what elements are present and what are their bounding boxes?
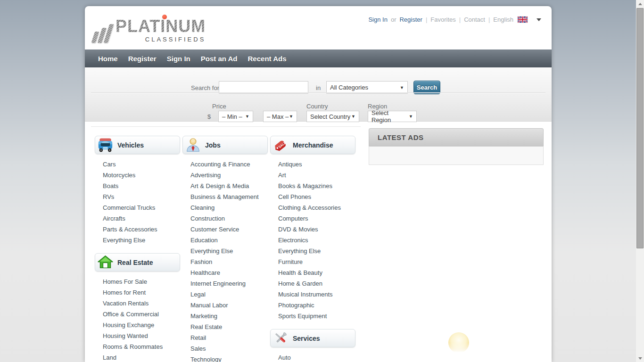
category-link[interactable]: Art: [270, 170, 355, 181]
category-link[interactable]: Photographic: [270, 300, 355, 311]
category-link[interactable]: Boats: [95, 181, 180, 191]
category-link[interactable]: Retail: [182, 332, 268, 343]
merchandise-category-header[interactable]: SALE Merchandise: [270, 136, 355, 154]
category-link[interactable]: Auto: [270, 352, 355, 362]
real-estate-category-header[interactable]: Real Estate: [95, 253, 180, 272]
site-logo[interactable]: PLATINUM CLASSIFIEDS: [94, 17, 206, 43]
category-link[interactable]: Sports Equipment: [270, 311, 355, 321]
search-input[interactable]: [219, 81, 308, 94]
nav-item[interactable]: Recent Ads: [243, 55, 292, 63]
category-link[interactable]: Advertising: [182, 170, 268, 181]
category-link[interactable]: Accounting & Finance: [182, 159, 268, 170]
topbar-contact-link[interactable]: Contact: [464, 16, 485, 23]
category-link[interactable]: Clothing & Accessories: [270, 202, 355, 213]
category-link[interactable]: Fashion: [182, 256, 268, 267]
category-link[interactable]: Home & Garden: [270, 278, 355, 289]
separator: |: [426, 16, 427, 23]
category-link[interactable]: Housing Exchange: [95, 320, 180, 330]
category-link[interactable]: RVs: [95, 191, 180, 202]
topbar-sign-in-link[interactable]: Sign In: [368, 16, 387, 23]
price-max-select[interactable]: – Max – ▼: [263, 111, 297, 122]
category-column-3: SALE Merchandise AntiquesArtBooks & Maga…: [270, 136, 355, 362]
category-link[interactable]: Everything Else: [95, 235, 180, 246]
main-content-card: PLATINUM CLASSIFIEDS Sign In or Register…: [85, 6, 552, 362]
category-link[interactable]: Parts & Accessories: [95, 224, 180, 235]
category-link[interactable]: Legal: [182, 289, 268, 300]
category-link[interactable]: Cars: [95, 159, 180, 170]
topbar-language-link[interactable]: English: [493, 16, 513, 23]
category-link[interactable]: Furniture: [270, 256, 355, 267]
category-link[interactable]: Everything Else: [182, 246, 268, 256]
scroll-down-button[interactable]: [636, 354, 644, 362]
category-link[interactable]: Customer Service: [182, 224, 268, 235]
main-nav: HomeRegisterSign InPost an AdRecent Ads: [85, 49, 552, 67]
latest-ads-panel: LATEST ADS: [369, 128, 544, 165]
category-link[interactable]: Internet Engineering: [182, 278, 268, 289]
category-link[interactable]: Housing Wanted: [95, 330, 180, 341]
category-link[interactable]: Musical Instruments: [270, 289, 355, 300]
category-link[interactable]: DVD & Movies: [270, 224, 355, 235]
logo-stripes-icon: [91, 24, 114, 43]
category-link[interactable]: Antiques: [270, 159, 355, 170]
category-link[interactable]: Books & Magazines: [270, 181, 355, 191]
region-select[interactable]: Select Region ▼: [368, 111, 417, 122]
category-link[interactable]: Homes For Sale: [95, 276, 180, 287]
category-link[interactable]: Cell Phones: [270, 191, 355, 202]
country-select-value: Select Country: [310, 113, 350, 120]
vehicles-category-header[interactable]: Vehicles: [95, 136, 180, 154]
topbar-register-link[interactable]: Register: [399, 16, 422, 23]
category-link[interactable]: Technology: [182, 354, 268, 362]
jobs-category-header[interactable]: Jobs: [182, 136, 268, 154]
scroll-up-button[interactable]: [636, 0, 644, 8]
category-link[interactable]: Commercial Trucks: [95, 202, 180, 213]
services-category-header[interactable]: Services: [270, 329, 355, 347]
real-estate-category-list: Homes For SaleHomes for RentVacation Ren…: [95, 276, 180, 362]
category-link[interactable]: Education: [182, 235, 268, 246]
category-select[interactable]: All Categories ▼: [326, 81, 408, 94]
category-link[interactable]: Business & Management: [182, 191, 268, 202]
arrow-down-icon: [638, 357, 642, 360]
category-link[interactable]: Sales: [182, 343, 268, 354]
nav-item[interactable]: Register: [123, 55, 162, 63]
category-link[interactable]: Rooms & Roommates: [95, 341, 180, 352]
nav-item[interactable]: Post an Ad: [196, 55, 243, 63]
region-select-value: Select Region: [372, 109, 409, 123]
sun-glow-decoration: [448, 332, 469, 353]
nav-item[interactable]: Sign In: [162, 55, 196, 63]
category-link[interactable]: Land: [95, 352, 180, 362]
category-link[interactable]: Construction: [182, 213, 268, 224]
category-link[interactable]: Marketing: [182, 311, 268, 321]
category-link[interactable]: Healthcare: [182, 267, 268, 278]
category-link[interactable]: Cleaning: [182, 202, 268, 213]
vertical-scrollbar[interactable]: [636, 0, 644, 362]
nav-item[interactable]: Home: [93, 55, 123, 63]
category-link[interactable]: Computers: [270, 213, 355, 224]
category-link[interactable]: Homes for Rent: [95, 287, 180, 298]
price-min-select[interactable]: – Min – ▼: [218, 111, 253, 122]
jobs-category-list: Accounting & FinanceAdvertisingArt & Des…: [182, 159, 268, 362]
services-category-list: AutoChild & Elder Care: [270, 352, 355, 362]
scrollbar-thumb[interactable]: [636, 8, 644, 248]
latest-ads-title: LATEST ADS: [369, 128, 544, 146]
category-link[interactable]: Real Estate: [182, 321, 268, 332]
category-link[interactable]: Health & Beauty: [270, 267, 355, 278]
services-category-title: Services: [293, 335, 320, 342]
person-icon: [185, 137, 201, 153]
tools-icon: [273, 330, 289, 346]
price-max-value: – Max –: [267, 113, 289, 120]
sale-tag-icon: SALE: [273, 137, 289, 153]
category-link[interactable]: Art & Design & Media: [182, 181, 268, 191]
category-link[interactable]: Electronics: [270, 235, 355, 246]
chevron-down-icon: ▼: [351, 114, 355, 119]
category-link[interactable]: Manual Labor: [182, 300, 268, 311]
uk-flag-icon[interactable]: [518, 16, 528, 23]
category-link[interactable]: Office & Commercial: [95, 309, 180, 320]
separator: |: [488, 16, 490, 23]
category-link[interactable]: Aircrafts: [95, 213, 180, 224]
category-link[interactable]: Everything Else: [270, 246, 355, 256]
country-select[interactable]: Select Country ▼: [306, 111, 359, 122]
category-link[interactable]: Vacation Rentals: [95, 298, 180, 309]
category-link[interactable]: Motorcycles: [95, 170, 180, 181]
topbar-favorites-link[interactable]: Favorites: [430, 16, 455, 23]
language-dropdown-caret-icon[interactable]: [537, 18, 541, 21]
